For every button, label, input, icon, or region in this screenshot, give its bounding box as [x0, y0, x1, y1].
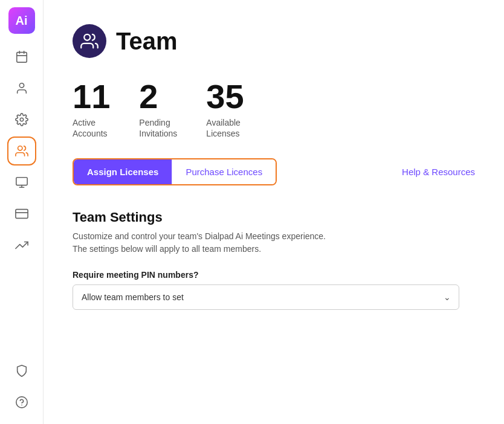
sidebar-item-team[interactable] [7, 137, 36, 165]
help-resources-link[interactable]: Help & Resources [402, 167, 475, 177]
trending-up-icon [15, 239, 28, 252]
app-logo[interactable]: Ai [8, 7, 35, 34]
svg-rect-10 [15, 210, 27, 219]
gear-icon [15, 113, 28, 126]
sidebar-item-billing[interactable] [7, 199, 36, 228]
sidebar-item-calendar[interactable] [7, 42, 36, 71]
stat-active-accounts: 11 ActiveAccounts [73, 80, 110, 139]
credit-card-icon [15, 207, 28, 220]
svg-rect-7 [16, 178, 27, 185]
team-avatar [73, 24, 106, 58]
sidebar-item-help[interactable] [7, 388, 36, 417]
stat-available-licenses-number: 35 [206, 80, 244, 114]
stat-active-accounts-number: 11 [73, 80, 110, 114]
section-description: Customize and control your team's Dialpa… [73, 230, 475, 255]
stats-row: 11 ActiveAccounts 2 PendingInvitations 3… [73, 80, 475, 139]
svg-point-6 [18, 146, 22, 150]
assign-licenses-button[interactable]: Assign Licenses [74, 159, 172, 184]
page-header: Team [73, 24, 475, 58]
shield-icon [15, 364, 28, 377]
page-title: Team [116, 28, 178, 55]
stat-pending-invitations-label: PendingInvitations [139, 117, 177, 139]
svg-point-14 [84, 34, 90, 40]
pin-field-label: Require meeting PIN numbers? [73, 270, 475, 280]
desktop-icon [15, 176, 28, 189]
team-settings-section: Team Settings Customize and control your… [73, 210, 475, 310]
pin-select-wrapper: Allow team members to set Always require… [73, 284, 459, 310]
actions-row: Assign Licenses Purchase Licences Help &… [73, 158, 475, 185]
svg-point-12 [16, 397, 27, 408]
license-buttons-group: Assign Licenses Purchase Licences [73, 158, 277, 185]
help-circle-icon [15, 396, 28, 409]
user-icon [15, 82, 28, 95]
stat-available-licenses: 35 AvailableLicenses [206, 80, 244, 139]
sidebar-item-analytics[interactable] [7, 231, 36, 260]
purchase-licences-button[interactable]: Purchase Licences [172, 159, 276, 184]
main-content: Team 11 ActiveAccounts 2 PendingInvitati… [44, 0, 504, 424]
sidebar-item-security[interactable] [7, 356, 36, 385]
calendar-icon [15, 50, 28, 63]
svg-point-5 [20, 118, 24, 121]
pin-select[interactable]: Allow team members to set Always require… [73, 284, 459, 310]
sidebar-item-settings[interactable] [7, 105, 36, 134]
svg-point-4 [19, 83, 24, 88]
stat-pending-invitations-number: 2 [139, 80, 177, 114]
svg-rect-0 [16, 53, 27, 63]
sidebar-item-desktop[interactable] [7, 168, 36, 197]
stat-available-licenses-label: AvailableLicenses [206, 117, 244, 139]
team-avatar-icon [80, 32, 99, 50]
stat-active-accounts-label: ActiveAccounts [73, 117, 110, 139]
stat-pending-invitations: 2 PendingInvitations [139, 80, 177, 139]
people-icon [15, 144, 28, 158]
section-title: Team Settings [73, 210, 475, 225]
sidebar: Ai [0, 0, 44, 424]
sidebar-item-contacts[interactable] [7, 74, 36, 103]
